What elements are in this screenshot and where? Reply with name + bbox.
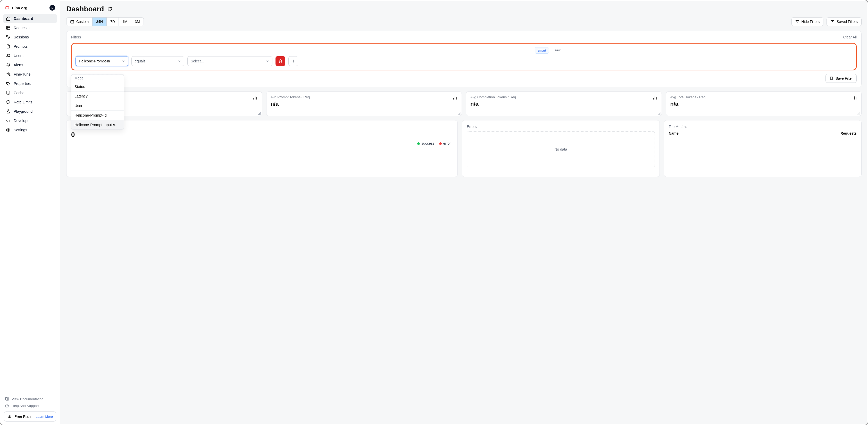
requests-count: 0 bbox=[71, 131, 453, 139]
mode-tab-raw[interactable]: raw bbox=[553, 47, 563, 54]
sidebar-item-label: Users bbox=[14, 54, 24, 58]
sidebar-item-dashboard[interactable]: Dashboard bbox=[3, 14, 57, 23]
errors-panel: Errors No data bbox=[462, 120, 659, 177]
button-label: Hide Filters bbox=[802, 20, 820, 24]
sidebar-item-cache[interactable]: Cache bbox=[3, 88, 57, 97]
empty-text: No data bbox=[554, 147, 567, 151]
dropdown-header-truncated: Model bbox=[71, 75, 124, 82]
sidebar-item-label: Prompts bbox=[14, 45, 28, 49]
sidebar-item-users[interactable]: Users bbox=[3, 51, 57, 60]
stat-card-completion-tokens: Avg Completion Tokens / Req n/a bbox=[466, 91, 662, 116]
time-range-24h[interactable]: 24H bbox=[93, 18, 107, 26]
filter-value-select[interactable]: Select... bbox=[187, 56, 272, 66]
filters-title: Filters bbox=[71, 35, 81, 39]
filter-row-highlight: smart raw equals Select... bbox=[71, 43, 857, 70]
sidebar-item-alerts[interactable]: Alerts bbox=[3, 61, 57, 69]
org-name: Lina org bbox=[12, 6, 27, 10]
link-label: View Documentation bbox=[11, 397, 43, 401]
dropdown-option-latency[interactable]: Latency bbox=[71, 91, 124, 101]
time-range-1m[interactable]: 1M bbox=[119, 18, 131, 26]
stat-label: Avg Prompt Tokens / Req bbox=[271, 95, 458, 99]
users-icon bbox=[6, 53, 10, 58]
help-support-link[interactable]: Help And Support bbox=[5, 404, 55, 408]
refresh-button[interactable] bbox=[107, 6, 113, 12]
sidebar-item-label: Sessions bbox=[14, 35, 29, 39]
sidebar-item-fine-tune[interactable]: Fine-Tune bbox=[3, 70, 57, 79]
dropdown-option-helicone-prompt-input[interactable]: Helicone-Prompt-Input-s… bbox=[71, 120, 124, 130]
view-documentation-link[interactable]: View Documentation bbox=[5, 397, 55, 401]
sidebar-item-prompts[interactable]: Prompts bbox=[3, 42, 57, 51]
time-range-segmented: Custom 24H 7D 1M 3M bbox=[66, 17, 144, 26]
svg-point-8 bbox=[8, 130, 9, 131]
sidebar-item-rate-limits[interactable]: Rate Limits bbox=[3, 98, 57, 107]
resize-handle-icon[interactable] bbox=[258, 112, 261, 115]
filter-operator-select[interactable]: equals bbox=[131, 56, 184, 66]
sidebar-item-label: Requests bbox=[14, 26, 29, 30]
stat-card-prompt-tokens: Avg Prompt Tokens / Req n/a bbox=[266, 91, 462, 116]
filter-field-input[interactable] bbox=[79, 59, 119, 63]
resize-handle-icon[interactable] bbox=[657, 112, 660, 115]
dot-green-icon bbox=[417, 142, 420, 145]
plan-label: Free Plan bbox=[14, 415, 31, 419]
bar-chart-icon bbox=[452, 95, 458, 100]
svg-rect-3 bbox=[9, 38, 10, 39]
sidebar-item-developer[interactable]: Developer bbox=[3, 116, 57, 125]
svg-rect-2 bbox=[6, 35, 8, 37]
chevron-down-icon bbox=[121, 59, 125, 63]
sidebar-item-label: Properties bbox=[14, 82, 31, 86]
seg-label: Custom bbox=[76, 20, 89, 24]
time-range-3m[interactable]: 3M bbox=[131, 18, 143, 26]
add-filter-icon-button[interactable] bbox=[288, 56, 298, 66]
document-icon bbox=[6, 44, 10, 49]
resize-handle-icon[interactable] bbox=[458, 112, 461, 115]
chart-legend: success error bbox=[73, 141, 451, 145]
select-placeholder: Select... bbox=[191, 59, 204, 63]
divider bbox=[72, 151, 452, 151]
svg-point-6 bbox=[7, 83, 8, 83]
bar-chart-icon bbox=[652, 95, 657, 100]
flask-icon bbox=[6, 109, 10, 114]
bar-chart-icon bbox=[852, 95, 857, 100]
sidebar-item-sessions[interactable]: Sessions bbox=[3, 33, 57, 41]
stats-row: A $ Avg Prompt Tokens / Req n/a Avg Comp… bbox=[66, 91, 862, 116]
help-icon bbox=[5, 404, 9, 408]
stat-value: n/a bbox=[271, 101, 458, 107]
sidebar-item-label: Cache bbox=[14, 91, 25, 95]
gear-icon bbox=[6, 128, 10, 132]
time-range-custom[interactable]: Custom bbox=[66, 18, 93, 26]
sidebar-item-playground[interactable]: Playground bbox=[3, 107, 57, 116]
panel-title: Requests bbox=[71, 124, 453, 129]
delete-filter-button[interactable] bbox=[276, 56, 285, 66]
saved-filters-button[interactable]: Saved Filters bbox=[827, 17, 862, 26]
dropdown-option-status[interactable]: Status bbox=[71, 82, 124, 91]
time-range-7d[interactable]: 7D bbox=[107, 18, 119, 26]
panel-title: Errors bbox=[467, 124, 655, 129]
chevron-down-icon bbox=[266, 59, 270, 63]
stat-card-total-tokens: Avg Total Tokens / Req n/a bbox=[666, 91, 862, 116]
clear-all-button[interactable]: Clear All bbox=[843, 35, 857, 39]
top-models-header: Name Requests bbox=[669, 131, 857, 135]
hide-filters-button[interactable]: Hide Filters bbox=[792, 17, 824, 26]
sidebar-item-properties[interactable]: Properties bbox=[3, 79, 57, 88]
sidebar-item-settings[interactable]: Settings bbox=[3, 125, 57, 134]
svg-point-7 bbox=[7, 91, 10, 92]
link-label: Help And Support bbox=[11, 404, 39, 408]
mode-tab-smart[interactable]: smart bbox=[535, 47, 549, 54]
dropdown-option-user[interactable]: User bbox=[71, 101, 124, 110]
resize-handle-icon[interactable] bbox=[857, 112, 860, 115]
button-label: Save Filter bbox=[836, 76, 853, 81]
plan-box: Free Plan Learn More bbox=[4, 411, 56, 422]
avatar[interactable]: L bbox=[50, 5, 55, 10]
seg-label: 3M bbox=[135, 20, 140, 24]
trash-icon bbox=[278, 59, 283, 63]
sidebar-item-requests[interactable]: Requests bbox=[3, 24, 57, 32]
org-switcher[interactable]: Lina org L bbox=[3, 3, 57, 14]
save-filter-button[interactable]: Save Filter bbox=[826, 74, 857, 83]
sidebar-item-label: Playground bbox=[14, 109, 32, 113]
learn-more-link[interactable]: Learn More bbox=[36, 415, 53, 419]
chevron-down-icon bbox=[177, 59, 181, 63]
dropdown-option-helicone-prompt-id[interactable]: Helicone-Prompt-Id bbox=[71, 110, 124, 120]
filter-field-select[interactable] bbox=[75, 56, 128, 66]
sidebar-nav: Dashboard Requests Sessions Prompts User… bbox=[3, 14, 57, 134]
page-title: Dashboard bbox=[66, 5, 104, 13]
